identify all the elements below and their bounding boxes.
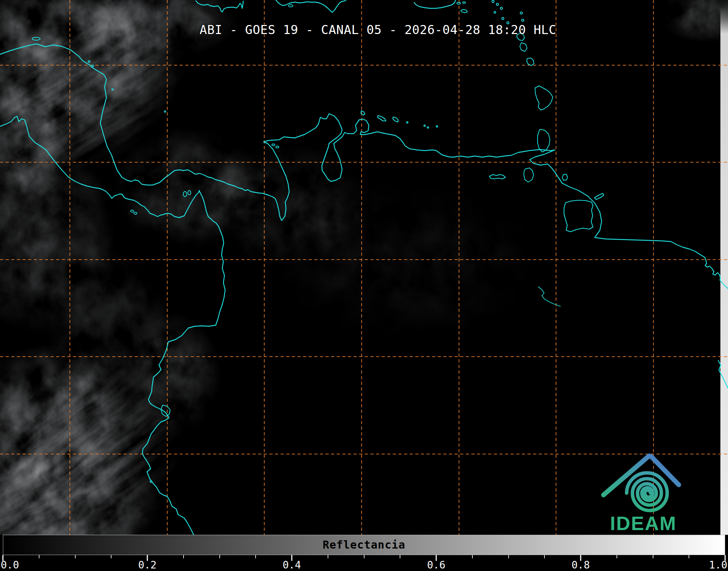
- colorbar-tick-label: 1.0: [709, 559, 727, 571]
- colorbar-minor-tick: [508, 555, 509, 558]
- colorbar-tick-label: 0.4: [283, 559, 301, 571]
- colorbar-minor-tick: [219, 555, 220, 558]
- colorbar-minor-tick: [183, 555, 184, 558]
- colorbar-tick-label: 0.6: [427, 559, 446, 571]
- colorbar-minor-tick: [364, 555, 365, 558]
- colorbar-minor-tick: [617, 555, 617, 558]
- colorbar-minor-tick: [111, 555, 111, 558]
- colorbar-tick-label: 0.0: [1, 559, 19, 571]
- colorbar-label: Reflectancia: [323, 538, 405, 551]
- colorbar-minor-tick: [544, 555, 545, 558]
- colorbar-minor-tick: [653, 555, 653, 558]
- colorbar-tick-label: 0.2: [138, 559, 157, 571]
- colorbar-minor-tick: [328, 555, 328, 558]
- colorbar-minor-tick: [75, 555, 76, 558]
- satellite-map: IDEAM: [0, 0, 728, 535]
- colorbar-minor-tick: [689, 555, 689, 558]
- colorbar-minor-tick: [472, 555, 473, 558]
- colorbar-gradient: Reflectancia: [3, 535, 725, 555]
- colorbar-minor-tick: [39, 555, 39, 558]
- scan-edge-strip: [720, 7, 728, 535]
- satellite-image-viewer: IDEAM ABI - GOES 19 - CANAL 05 - 2026-04…: [0, 0, 728, 571]
- colorbar-minor-tick: [255, 555, 256, 558]
- colorbar-minor-tick: [400, 555, 400, 558]
- colorbar-tick-label: 0.8: [572, 559, 590, 571]
- image-title: ABI - GOES 19 - CANAL 05 - 2026-04-28 18…: [199, 22, 556, 37]
- logo-text: IDEAM: [610, 512, 677, 534]
